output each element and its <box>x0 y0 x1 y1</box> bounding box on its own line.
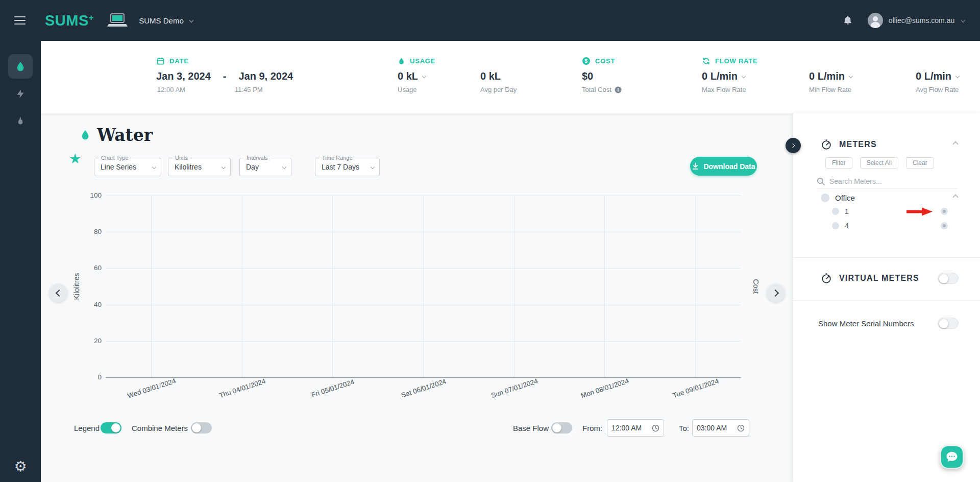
meter-search-input[interactable] <box>829 177 957 185</box>
virtual-meters-toggle[interactable] <box>938 273 959 284</box>
stat-usage: USAGE 0 kL Usage <box>398 56 435 93</box>
stat-label-date: DATE <box>169 57 189 65</box>
time-range-label: Time Range <box>320 154 355 161</box>
chevron-right-icon <box>771 290 778 297</box>
calendar-icon <box>156 57 165 65</box>
chevron-down-icon <box>152 165 156 169</box>
filter-button[interactable]: Filter <box>825 157 852 168</box>
account-chevron-down-icon[interactable] <box>961 18 965 22</box>
date-end: Jan 9, 2024 <box>238 70 293 82</box>
info-icon[interactable] <box>615 86 622 93</box>
chart-prev-button[interactable] <box>49 284 67 302</box>
y-tick-label: 40 <box>81 301 102 308</box>
to-time-input[interactable] <box>697 424 734 432</box>
logo-text: SUMS <box>45 12 89 29</box>
settings-button[interactable]: ⚙ <box>14 460 27 474</box>
intervals-select[interactable]: Intervals Day <box>239 158 291 176</box>
usage-chart-area[interactable]: Wed 03/01/2024Thu 04/01/2024Fri 05/01/20… <box>106 196 741 377</box>
time-range-select[interactable]: Time Range Last 7 Days <box>315 158 380 176</box>
org-name: SUMS Demo <box>139 16 184 25</box>
stat-label-cost: COST <box>595 57 615 65</box>
serial-numbers-toggle[interactable] <box>938 318 959 329</box>
date-range[interactable]: Jan 3, 2024 - Jan 9, 2024 <box>156 70 293 82</box>
clock-icon[interactable] <box>652 424 659 432</box>
legend-toggle[interactable] <box>101 422 121 433</box>
office-expand-chevron-icon[interactable] <box>952 194 958 200</box>
sidebar-item-gas[interactable] <box>8 109 33 134</box>
meter-search <box>817 175 957 188</box>
user-avatar[interactable] <box>868 13 883 28</box>
user-email: olliec@sums.com.au <box>889 16 954 25</box>
virtual-meter-gauge-icon <box>821 273 832 284</box>
office-label: Office <box>835 194 855 202</box>
units-select[interactable]: Units Kilolitres <box>168 158 231 176</box>
meter-1-focus-button[interactable] <box>941 208 948 215</box>
flow-max-chevron-icon <box>742 74 746 78</box>
meter-1-checkbox[interactable] <box>832 208 839 215</box>
virtual-meters-title: VIRTUAL METERS <box>839 274 919 283</box>
meters-header: METERS <box>821 139 877 150</box>
top-header: SUMS+ SUMS Demo olliec@sums.com.au <box>0 0 980 41</box>
chevron-down-icon <box>189 18 193 22</box>
panel-divider <box>793 257 980 258</box>
combine-meters-label: Combine Meters <box>132 424 188 432</box>
water-drop-icon <box>15 61 26 72</box>
base-flow-toggle[interactable] <box>551 422 572 433</box>
chart-next-button[interactable] <box>767 284 785 302</box>
chevron-down-icon <box>282 165 286 169</box>
meters-collapse-chevron-icon[interactable] <box>952 141 958 147</box>
chevron-down-icon <box>371 165 375 169</box>
chart-type-label: Chart Type <box>99 154 131 161</box>
collapse-panel-button[interactable] <box>786 138 801 153</box>
download-data-button[interactable]: Download Data <box>690 157 757 176</box>
cost-value: $0 <box>582 70 593 82</box>
clock-icon[interactable] <box>737 424 745 432</box>
meter-group-office: Office <box>821 191 855 204</box>
meter-4-checkbox[interactable] <box>832 222 839 229</box>
flow-min-value[interactable]: 0 L/min <box>809 70 852 82</box>
app-root: SUMS+ SUMS Demo olliec@sums.com.au <box>0 0 980 482</box>
flow-max-caption: Max Flow Rate <box>702 86 758 93</box>
left-sidebar: ⚙ <box>0 41 41 482</box>
menu-button[interactable] <box>14 14 26 27</box>
flow-avg-chevron-icon <box>955 74 960 78</box>
chat-widget-button[interactable] <box>940 445 964 469</box>
stat-flow-avg: 0 L/min Avg Flow Rate <box>916 56 959 93</box>
main-content: Water ★ Chart Type Line Series Units Kil… <box>41 113 793 482</box>
y-tick-label: 60 <box>81 264 102 272</box>
download-icon <box>692 162 699 170</box>
logo-image <box>106 12 129 29</box>
flame-icon <box>15 116 26 127</box>
stats-bar: DATE Jan 3, 2024 - Jan 9, 2024 12:00 AM … <box>41 41 980 113</box>
flow-max-value[interactable]: 0 L/min <box>702 70 758 82</box>
meter-4-focus-button[interactable] <box>941 222 948 229</box>
stat-usage-avg: 0 kL Avg per Day <box>480 56 517 93</box>
sidebar-item-water[interactable] <box>8 54 33 79</box>
usage-value[interactable]: 0 kL <box>398 70 435 82</box>
laptop-logo-icon <box>106 12 129 29</box>
water-title-drop-icon <box>80 129 91 140</box>
clear-button[interactable]: Clear <box>906 157 934 168</box>
flow-avg-value[interactable]: 0 L/min <box>916 70 959 82</box>
from-time-input[interactable] <box>611 424 649 432</box>
org-selector[interactable]: SUMS Demo <box>139 16 192 25</box>
chart-type-select[interactable]: Chart Type Line Series <box>94 158 161 176</box>
combine-meters-toggle[interactable] <box>191 422 212 433</box>
flow-rate-icon <box>702 57 710 65</box>
legend-label: Legend <box>74 424 100 432</box>
time-end: 11:45 PM <box>235 86 263 93</box>
select-all-button[interactable]: Select All <box>860 157 898 168</box>
sidebar-item-electricity[interactable] <box>8 82 33 106</box>
y-tick-label: 0 <box>81 373 102 381</box>
y-tick-label: 20 <box>81 337 102 345</box>
virtual-meters-row: VIRTUAL METERS <box>821 272 960 285</box>
favorite-star-icon[interactable]: ★ <box>69 152 81 166</box>
notification-bell-icon[interactable] <box>842 15 853 26</box>
office-checkbox[interactable] <box>821 194 829 202</box>
from-time-field <box>607 419 664 437</box>
chevron-right-icon <box>791 143 795 148</box>
stat-cost: $ COST $0 Total Cost <box>582 56 622 93</box>
stat-flow-max: FLOW RATE 0 L/min Max Flow Rate <box>702 56 758 93</box>
usage-avg-value: 0 kL <box>480 70 501 82</box>
time-start: 12:00 AM <box>157 86 185 93</box>
